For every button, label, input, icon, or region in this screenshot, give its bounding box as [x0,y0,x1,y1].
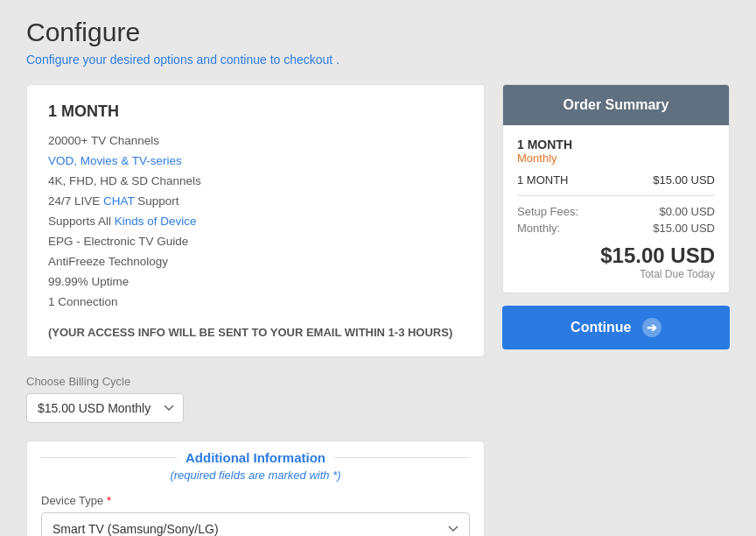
order-line-item-price: $15.00 USD [653,173,715,187]
device-type-select[interactable]: Smart TV (Samsung/Sony/LG) [41,512,470,536]
product-card: 1 MONTH 20000+ TV Channels VOD, Movies &… [26,84,485,357]
order-line-item-label: 1 MONTH [517,173,569,187]
order-monthly-label: Monthly: [517,222,560,235]
feature-4k: 4K, FHD, HD & SD Channels [48,172,463,192]
additional-info-section: Additional Information (required fields … [26,441,485,536]
order-total-label: Total Due Today [517,268,715,280]
subtitle-text: Configure your desired options and [26,53,217,67]
order-total-amount: $15.00 USD [517,243,715,268]
billing-section: Choose Billing Cycle $15.00 USD Monthly [26,375,485,423]
feature-connection: 1 Connection [48,293,463,313]
additional-info-subtitle: (required fields are marked with *) [27,465,484,494]
continue-arrow-icon: ➔ [642,318,662,337]
order-product-name: 1 MONTH [517,138,715,152]
billing-cycle-select[interactable]: $15.00 USD Monthly [26,393,184,423]
feature-vod: VOD, Movies & TV-series [48,152,463,172]
feature-device: Supports All Kinds of Device [48,212,463,232]
subtitle-suffix: . [336,53,340,67]
order-billing-cycle: Monthly [517,152,715,165]
order-summary-card: Order Summary 1 MONTH Monthly 1 MONTH $1… [502,84,730,293]
billing-label: Choose Billing Cycle [26,375,485,388]
subtitle-link[interactable]: continue to checkout [220,53,332,67]
additional-info-header: Additional Information [27,450,484,465]
feature-epg: EPG - Electronic TV Guide [48,232,463,252]
divider-right [334,457,470,458]
order-summary-header: Order Summary [503,85,729,125]
order-monthly-value: $15.00 USD [653,222,715,235]
device-type-group: Device Type * Smart TV (Samsung/Sony/LG)… [27,494,484,536]
order-setup-fees: Setup Fees: $0.00 USD [517,205,715,218]
feature-list: 20000+ TV Channels VOD, Movies & TV-seri… [48,131,463,312]
order-monthly: Monthly: $15.00 USD [517,222,715,235]
continue-button-label: Continue [570,320,631,335]
order-line-item: 1 MONTH $15.00 USD [517,173,715,187]
order-setup-fees-value: $0.00 USD [659,205,715,218]
page-subtitle: Configure your desired options and conti… [26,53,730,67]
divider-left [41,457,177,458]
feature-tv-channels: 20000+ TV Channels [48,131,463,152]
right-section: Order Summary 1 MONTH Monthly 1 MONTH $1… [502,84,730,349]
device-type-label: Device Type * [41,494,470,507]
additional-info-title: Additional Information [177,450,334,465]
order-divider [517,195,715,196]
feature-antifreeze: AntiFreeze Technology [48,252,463,272]
order-summary-body: 1 MONTH Monthly 1 MONTH $15.00 USD Setup… [503,125,729,293]
required-marker: * [107,494,111,507]
order-setup-fees-label: Setup Fees: [517,205,578,218]
main-layout: 1 MONTH 20000+ TV Channels VOD, Movies &… [26,84,730,536]
feature-chat-support: 24/7 LIVE CHAT Support [48,192,463,212]
feature-uptime: 99.99% Uptime [48,272,463,293]
page-title: Configure [26,18,730,47]
product-name: 1 MONTH [48,102,463,121]
left-section: 1 MONTH 20000+ TV Channels VOD, Movies &… [26,84,485,536]
email-notice: (YOUR ACCESS INFO WILL BE SENT TO YOUR E… [48,326,463,339]
order-total: $15.00 USD Total Due Today [517,243,715,280]
continue-button[interactable]: Continue ➔ [502,306,730,349]
